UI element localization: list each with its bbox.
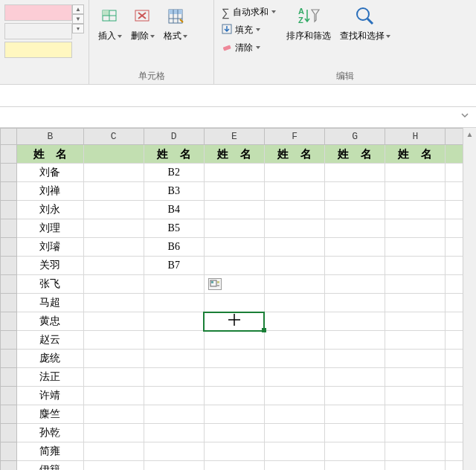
cell[interactable]: 刘理 bbox=[17, 219, 83, 238]
row-header[interactable] bbox=[1, 368, 17, 387]
row-header[interactable] bbox=[1, 238, 17, 257]
cell[interactable] bbox=[325, 442, 385, 461]
cell[interactable] bbox=[325, 201, 385, 219]
cell[interactable] bbox=[83, 145, 144, 164]
cell[interactable] bbox=[385, 368, 446, 387]
cell[interactable] bbox=[204, 164, 264, 182]
column-header[interactable]: C bbox=[83, 129, 144, 145]
cell[interactable] bbox=[83, 461, 144, 471]
cell[interactable] bbox=[385, 294, 446, 312]
row-header[interactable] bbox=[1, 387, 17, 405]
cell[interactable] bbox=[385, 350, 446, 368]
row-header[interactable] bbox=[1, 350, 17, 368]
cell[interactable] bbox=[264, 312, 324, 331]
row-header[interactable] bbox=[1, 201, 17, 219]
cell[interactable] bbox=[83, 331, 144, 350]
cell[interactable]: B7 bbox=[144, 257, 204, 275]
cell[interactable] bbox=[325, 387, 385, 405]
cell[interactable] bbox=[83, 257, 144, 275]
row-header[interactable] bbox=[1, 442, 17, 461]
column-header[interactable]: B bbox=[17, 129, 83, 145]
delete-button[interactable]: 删除 bbox=[126, 3, 159, 44]
cell[interactable]: 姓 名 bbox=[144, 145, 204, 164]
cell[interactable] bbox=[325, 424, 385, 442]
cell[interactable] bbox=[204, 424, 264, 442]
cell[interactable] bbox=[264, 294, 324, 312]
row-header[interactable] bbox=[1, 275, 17, 294]
cell[interactable] bbox=[204, 461, 264, 471]
cell[interactable]: 姓 名 bbox=[264, 145, 324, 164]
cell[interactable] bbox=[264, 201, 324, 219]
cell[interactable] bbox=[83, 424, 144, 442]
cell[interactable] bbox=[325, 368, 385, 387]
row-header[interactable] bbox=[1, 219, 17, 238]
cell[interactable]: 许靖 bbox=[17, 387, 83, 405]
cell[interactable] bbox=[264, 368, 324, 387]
cell[interactable] bbox=[385, 164, 446, 182]
sort-filter-button[interactable]: AZ 排序和筛选 bbox=[282, 3, 335, 44]
cell[interactable] bbox=[144, 461, 204, 471]
gallery-more-icon[interactable]: ▾ bbox=[72, 24, 84, 33]
cell[interactable] bbox=[204, 182, 264, 201]
cell[interactable] bbox=[325, 238, 385, 257]
cell[interactable] bbox=[83, 182, 144, 201]
scroll-up-icon[interactable]: ▲ bbox=[463, 128, 476, 141]
cell[interactable] bbox=[83, 405, 144, 424]
column-header[interactable]: H bbox=[385, 129, 446, 145]
row-header[interactable] bbox=[1, 312, 17, 331]
cell[interactable] bbox=[385, 201, 446, 219]
cell[interactable] bbox=[325, 275, 385, 294]
cell[interactable] bbox=[325, 257, 385, 275]
cell[interactable] bbox=[144, 331, 204, 350]
clear-button[interactable]: 清除 bbox=[219, 39, 279, 57]
cell[interactable]: B4 bbox=[144, 201, 204, 219]
cell[interactable] bbox=[204, 350, 264, 368]
cell[interactable]: 刘璿 bbox=[17, 238, 83, 257]
style-gallery-nav[interactable]: ▲ ▼ ▾ bbox=[72, 4, 84, 60]
cell-style-plain[interactable] bbox=[4, 23, 72, 39]
cell[interactable] bbox=[204, 201, 264, 219]
cell[interactable] bbox=[83, 238, 144, 257]
cell[interactable]: 黄忠 bbox=[17, 312, 83, 331]
cell[interactable] bbox=[144, 368, 204, 387]
cell-style-yellow[interactable] bbox=[4, 42, 72, 58]
cell[interactable]: 刘永 bbox=[17, 201, 83, 219]
cell[interactable] bbox=[264, 275, 324, 294]
cell[interactable] bbox=[325, 164, 385, 182]
vertical-scrollbar[interactable]: ▲ bbox=[463, 128, 476, 470]
autofill-options-icon[interactable] bbox=[208, 278, 222, 290]
cell[interactable] bbox=[385, 275, 446, 294]
cell[interactable] bbox=[83, 442, 144, 461]
cell[interactable] bbox=[325, 312, 385, 331]
cell[interactable]: 姓 名 bbox=[385, 145, 446, 164]
cell[interactable] bbox=[264, 405, 324, 424]
cell[interactable] bbox=[385, 424, 446, 442]
cell[interactable] bbox=[264, 350, 324, 368]
cell[interactable] bbox=[385, 405, 446, 424]
cell[interactable] bbox=[144, 350, 204, 368]
cell[interactable] bbox=[264, 331, 324, 350]
cell[interactable]: B3 bbox=[144, 182, 204, 201]
cell[interactable]: B6 bbox=[144, 238, 204, 257]
cell[interactable] bbox=[325, 405, 385, 424]
cell[interactable] bbox=[264, 442, 324, 461]
cell[interactable] bbox=[325, 350, 385, 368]
row-header[interactable] bbox=[1, 331, 17, 350]
row-header[interactable] bbox=[1, 424, 17, 442]
cell[interactable] bbox=[385, 442, 446, 461]
cell[interactable] bbox=[385, 461, 446, 471]
cell[interactable] bbox=[385, 182, 446, 201]
cell[interactable]: 孙乾 bbox=[17, 424, 83, 442]
row-header[interactable] bbox=[1, 182, 17, 201]
format-button[interactable]: 格式 bbox=[159, 3, 192, 44]
cell[interactable] bbox=[204, 405, 264, 424]
cell[interactable] bbox=[264, 182, 324, 201]
cell[interactable] bbox=[385, 331, 446, 350]
cell[interactable] bbox=[204, 442, 264, 461]
cell[interactable] bbox=[264, 219, 324, 238]
row-header[interactable] bbox=[1, 405, 17, 424]
cell[interactable] bbox=[385, 238, 446, 257]
cell[interactable] bbox=[204, 331, 264, 350]
styles-gallery[interactable]: ▲ ▼ ▾ bbox=[0, 0, 89, 84]
cell[interactable]: 简雍 bbox=[17, 442, 83, 461]
